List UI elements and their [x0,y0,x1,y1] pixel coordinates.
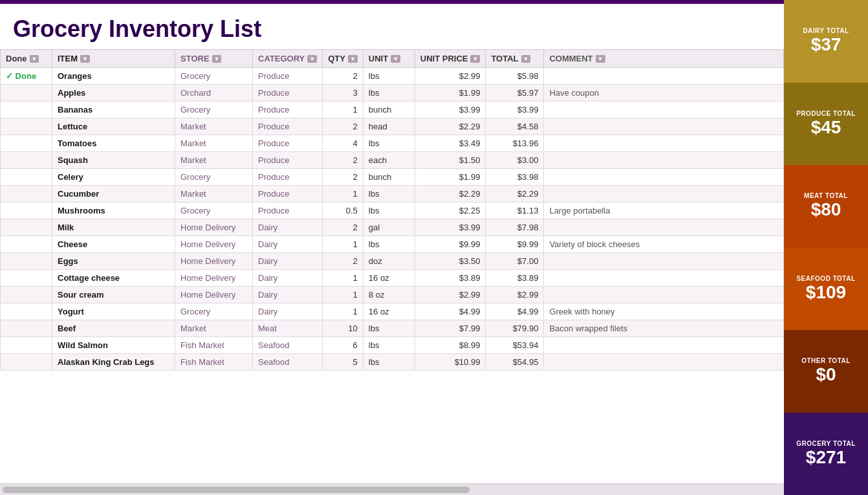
cell-item: Celery [52,169,175,186]
cell-total: $9.99 [486,236,544,253]
filter-store[interactable]: ▼ [212,55,222,63]
cell-done: ✓ Done [1,68,52,85]
card-label: SEAFOOD TOTAL [796,275,855,282]
cell-comment [544,253,784,270]
cell-category: Dairy [253,253,323,270]
table-row[interactable]: LettuceMarketProduce2head$2.29$4.58 [1,118,784,135]
cell-unit-price: $2.99 [415,287,486,303]
table-row[interactable]: Sour creamHome DeliveryDairy18 oz$2.99$2… [1,287,784,303]
cell-comment: Have coupon [544,85,784,102]
table-row[interactable]: CucumberMarketProduce1lbs$2.29$2.29 [1,186,784,203]
table-row[interactable]: MilkHome DeliveryDairy2gal$3.99$7.98 [1,219,784,236]
filter-done[interactable]: ▼ [30,55,39,63]
filter-qty[interactable]: ▼ [348,55,358,63]
cell-comment [544,337,784,354]
table-row[interactable]: YogurtGroceryDairy116 oz$4.99$4.99Greek … [1,303,784,320]
cell-unit: lbs [363,68,415,85]
cell-comment [544,135,784,152]
cell-qty: 2 [323,118,363,135]
horizontal-scrollbar[interactable] [0,483,784,495]
cell-category: Produce [253,135,323,152]
table-row[interactable]: TomatoesMarketProduce4lbs$3.49$13.96 [1,135,784,152]
table-row[interactable]: Alaskan King Crab LegsFish MarketSeafood… [1,354,784,371]
card-label: PRODUCE TOTAL [796,110,856,117]
card-value: $0 [816,364,836,385]
cell-store: Home Delivery [175,270,253,287]
filter-category[interactable]: ▼ [307,55,317,63]
sidebar-card-5: GROCERY TOTAL$271 [784,413,868,496]
cell-category: Seafood [253,354,323,371]
cell-category: Produce [253,203,323,219]
card-label: GROCERY TOTAL [796,440,856,447]
cell-qty: 4 [323,135,363,152]
cell-unit: gal [363,219,415,236]
cell-item: Cottage cheese [52,270,175,287]
sidebar-card-3: SEAFOOD TOTAL$109 [784,248,868,331]
cell-store: Grocery [175,102,253,118]
table-row[interactable]: CheeseHome DeliveryDairy1lbs$9.99$9.99Va… [1,236,784,253]
table-row[interactable]: BananasGroceryProduce1bunch$3.99$3.99 [1,102,784,118]
cell-item: Sour cream [52,287,175,303]
cell-total: $2.99 [486,287,544,303]
table-row[interactable]: SquashMarketProduce2each$1.50$3.00 [1,152,784,169]
cell-comment: Greek with honey [544,303,784,320]
cell-qty: 2 [323,219,363,236]
cell-category: Dairy [253,236,323,253]
cell-qty: 2 [323,68,363,85]
cell-comment: Bacon wrapped filets [544,320,784,337]
card-value: $109 [806,282,846,303]
cell-item: Mushrooms [52,203,175,219]
cell-comment [544,118,784,135]
cell-total: $4.58 [486,118,544,135]
cell-category: Produce [253,68,323,85]
filter-total[interactable]: ▼ [521,55,531,63]
table-row[interactable]: BeefMarketMeat10lbs$7.99$79.90Bacon wrap… [1,320,784,337]
cell-item: Oranges [52,68,175,85]
table-row[interactable]: MushroomsGroceryProduce0.5lbs$2.25$1.13L… [1,203,784,219]
sidebar: DAIRY TOTAL$37PRODUCE TOTAL$45MEAT TOTAL… [784,0,868,495]
cell-comment: Large portabella [544,203,784,219]
cell-unit: lbs [363,337,415,354]
cell-done [1,85,52,102]
cell-qty: 6 [323,337,363,354]
cell-unit: doz [363,253,415,270]
filter-unit[interactable]: ▼ [391,55,400,63]
cell-category: Seafood [253,337,323,354]
cell-unit-price: $2.29 [415,186,486,203]
cell-category: Produce [253,118,323,135]
table-row[interactable]: Cottage cheeseHome DeliveryDairy116 oz$3… [1,270,784,287]
cell-store: Market [175,118,253,135]
cell-qty: 1 [323,270,363,287]
cell-category: Produce [253,85,323,102]
cell-unit-price: $3.49 [415,135,486,152]
table-row[interactable]: EggsHome DeliveryDairy2doz$3.50$7.00 [1,253,784,270]
cell-done [1,203,52,219]
cell-unit-price: $2.25 [415,203,486,219]
cell-unit: lbs [363,320,415,337]
cell-category: Produce [253,186,323,203]
cell-unit-price: $1.99 [415,169,486,186]
table-row[interactable]: ✓ DoneOrangesGroceryProduce2lbs$2.99$5.9… [1,68,784,85]
filter-comment[interactable]: ▼ [596,55,605,63]
cell-qty: 10 [323,320,363,337]
page-title: Grocery Inventory List [0,4,784,49]
cell-item: Yogurt [52,303,175,320]
cell-item: Alaskan King Crab Legs [52,354,175,371]
cell-item: Milk [52,219,175,236]
table-row[interactable]: CeleryGroceryProduce2bunch$1.99$3.98 [1,169,784,186]
table-row[interactable]: Wild SalmonFish MarketSeafood6lbs$8.99$5… [1,337,784,354]
cell-unit: 16 oz [363,303,415,320]
cell-unit-price: $3.89 [415,270,486,287]
cell-store: Home Delivery [175,287,253,303]
cell-unit: 16 oz [363,270,415,287]
filter-item[interactable]: ▼ [80,55,90,63]
table-row[interactable]: ApplesOrchardProduce3lbs$1.99$5.97Have c… [1,85,784,102]
cell-unit: 8 oz [363,287,415,303]
cell-store: Market [175,135,253,152]
col-header-comment: COMMENT ▼ [544,50,784,68]
cell-item: Beef [52,320,175,337]
cell-unit-price: $10.99 [415,354,486,371]
cell-qty: 1 [323,303,363,320]
col-header-category: CATEGORY ▼ [253,50,323,68]
filter-unit-price[interactable]: ▼ [470,55,480,63]
